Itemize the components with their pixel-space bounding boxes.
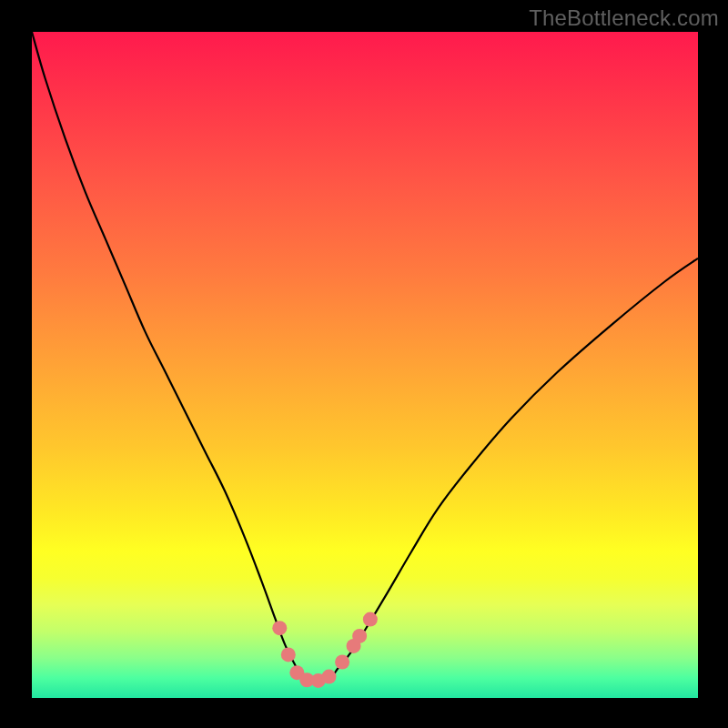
marker-dot [363,612,378,627]
marker-dot [281,647,296,662]
watermark-text: TheBottleneck.com [529,5,719,31]
curve-layer [32,32,698,698]
marker-dot [335,654,349,669]
marker-dot [352,629,367,643]
marker-dot [272,621,287,635]
marker-dot [321,670,336,684]
chart-frame: TheBottleneck.com [0,0,728,728]
curve-markers [272,612,378,688]
bottleneck-curve [32,32,698,680]
plot-area [32,32,698,698]
